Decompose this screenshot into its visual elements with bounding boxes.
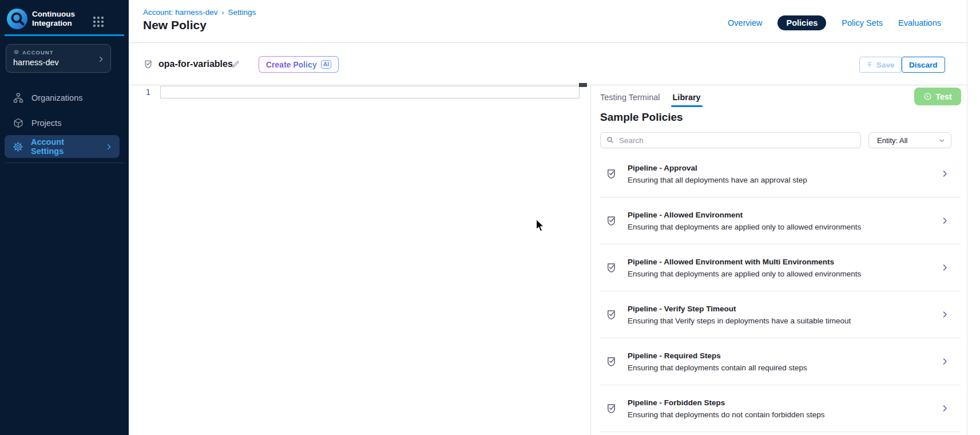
policy-list-item[interactable]: Pipeline - Required Steps Ensuring that … (600, 338, 961, 385)
header-divider (129, 42, 967, 43)
entity-filter-value: Entity: All (877, 136, 907, 145)
shield-check-icon (605, 168, 617, 180)
chevron-right-icon (941, 263, 949, 272)
tab-library[interactable]: Library (673, 93, 701, 102)
shield-check-icon (605, 309, 617, 321)
library-panel: Testing Terminal Library Test Sample Pol… (590, 85, 967, 435)
sidebar: Continuous Integration ACCOUNT harness-d… (0, 0, 129, 435)
policy-description: Ensuring that deployments are applied on… (628, 223, 861, 231)
policy-list-item[interactable]: Pipeline - Allowed Environment Ensuring … (600, 197, 961, 244)
breadcrumb-settings-link[interactable]: Settings (228, 8, 256, 17)
chevron-right-icon (941, 216, 949, 225)
discard-label: Discard (909, 61, 938, 69)
brand-line1: Continuous (32, 10, 75, 19)
sidebar-item-projects[interactable]: Projects (5, 112, 120, 135)
policy-description: Ensuring that all deployments have an ap… (628, 176, 807, 184)
chevron-down-icon (938, 137, 946, 144)
test-button[interactable]: Test (914, 88, 961, 105)
policy-list-item[interactable]: Pipeline - Forbidden Steps Ensuring that… (600, 385, 961, 432)
test-label: Test (935, 92, 952, 101)
tab-overview[interactable]: Overview (728, 18, 762, 27)
entity-filter-dropdown[interactable]: Entity: All (868, 132, 951, 148)
shield-check-icon (605, 355, 617, 367)
layers-icon (13, 49, 19, 56)
save-label: Save (876, 61, 895, 69)
upload-arrow-icon (866, 61, 873, 68)
tab-policies[interactable]: Policies (777, 15, 826, 30)
policy-title: Pipeline - Allowed Environment (628, 211, 861, 219)
breadcrumb-account-link[interactable]: Account: harness-dev (143, 8, 218, 17)
tab-testing-terminal[interactable]: Testing Terminal (600, 93, 660, 102)
sidebar-item-label: Projects (31, 118, 61, 128)
ai-badge: AI (321, 60, 332, 69)
shield-check-icon (605, 402, 617, 414)
save-button[interactable]: Save (859, 57, 902, 73)
policy-title: Pipeline - Forbidden Steps (628, 398, 824, 407)
policy-title: Pipeline - Verify Step Timeout (628, 304, 851, 313)
breadcrumb: Account: harness-dev›Settings (143, 8, 256, 17)
harness-ci-logo-icon[interactable] (7, 9, 27, 29)
sidebar-divider (5, 163, 124, 163)
sidebar-item-account-settings[interactable]: Account Settings (5, 135, 120, 158)
brand-underline (5, 34, 124, 36)
pencil-icon[interactable] (231, 60, 240, 69)
panel-tabs: Testing Terminal Library (600, 93, 701, 102)
editor-line-number: 1 (133, 88, 150, 97)
create-policy-label: Create Policy (266, 60, 317, 69)
search-icon (606, 136, 614, 147)
account-scope-label: ACCOUNT (22, 49, 54, 56)
account-name: harness-dev (13, 58, 59, 67)
policy-description: Ensuring that Verify steps in deployment… (628, 317, 851, 325)
policy-title: Pipeline - Approval (628, 164, 807, 172)
sidebar-item-label: Account Settings (31, 137, 98, 156)
cube-icon (13, 117, 24, 129)
policy-nav-tabs: Overview Policies Policy Sets Evaluation… (728, 15, 941, 31)
editor-overview-ruler-mark (579, 83, 587, 87)
shield-check-icon (605, 215, 617, 227)
policy-list-item[interactable]: Pipeline - Approval Ensuring that all de… (600, 151, 961, 197)
chevron-right-icon (941, 404, 949, 413)
search-box (600, 132, 861, 148)
scrollbar-gutter[interactable] (967, 0, 980, 435)
search-input[interactable] (600, 132, 861, 148)
sample-policies-heading: Sample Policies (600, 111, 683, 124)
chevron-right-icon (105, 143, 113, 151)
policy-code-editor[interactable] (129, 85, 590, 435)
sample-policy-list: Pipeline - Approval Ensuring that all de… (600, 151, 961, 432)
shield-check-icon (605, 262, 617, 274)
policy-description: Ensuring that deployments contain all re… (628, 363, 807, 372)
app-window: Continuous Integration ACCOUNT harness-d… (0, 0, 980, 435)
create-policy-button[interactable]: Create Policy AI (259, 56, 339, 73)
play-circle-icon (923, 92, 932, 101)
chevron-right-icon (941, 169, 949, 178)
tab-policy-sets[interactable]: Policy Sets (842, 18, 883, 27)
shield-check-icon (143, 59, 153, 69)
editor-current-line[interactable] (160, 86, 580, 98)
brand-line2: Integration (32, 19, 75, 28)
policy-title: Pipeline - Required Steps (628, 351, 807, 360)
policy-list-item[interactable]: Pipeline - Allowed Environment with Mult… (600, 244, 961, 291)
policy-description: Ensuring that deployments are applied on… (628, 270, 861, 278)
gear-icon (13, 141, 23, 152)
tab-evaluations[interactable]: Evaluations (898, 18, 941, 27)
module-grid-icon[interactable] (93, 17, 104, 27)
page-title: New Policy (143, 18, 207, 32)
chevron-right-icon (97, 55, 105, 65)
policy-description: Ensuring that deployments do not contain… (628, 410, 824, 419)
policy-list-item[interactable]: Pipeline - Verify Step Timeout Ensuring … (600, 291, 961, 338)
breadcrumb-separator: › (218, 9, 228, 17)
sidebar-item-organizations[interactable]: Organizations (5, 86, 120, 109)
sidebar-item-label: Organizations (31, 93, 82, 102)
policy-title: Pipeline - Allowed Environment with Mult… (628, 258, 861, 266)
account-scope-selector[interactable]: ACCOUNT harness-dev (6, 44, 111, 73)
org-chart-icon (13, 92, 24, 104)
policy-name: opa-for-variables (158, 59, 233, 69)
brand-title: Continuous Integration (32, 10, 75, 28)
chevron-right-icon (941, 310, 949, 319)
discard-button[interactable]: Discard (902, 57, 945, 73)
chevron-right-icon (941, 357, 949, 366)
